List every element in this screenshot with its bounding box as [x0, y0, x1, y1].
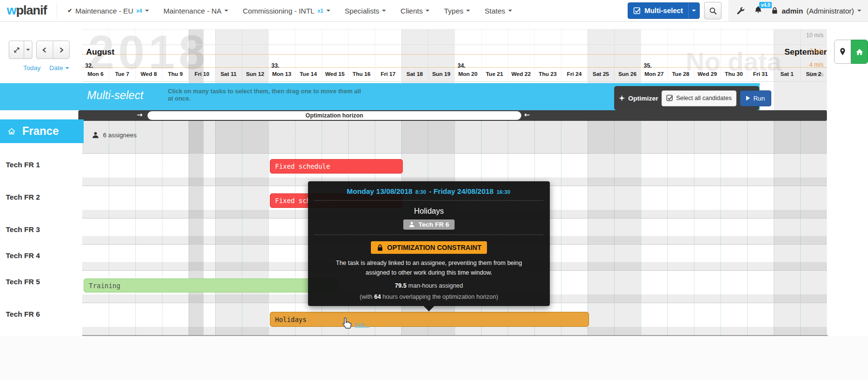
day-header-tue-28: Tue 28 — [667, 71, 694, 80]
today-label: Today — [23, 64, 41, 72]
menu-maintenance-na[interactable]: Maintenance - NA — [163, 0, 228, 21]
logo-prefix: w — [7, 3, 16, 17]
below-chart-area — [0, 336, 868, 380]
sidebar-item-tech-fr-1[interactable]: Tech FR 1 — [6, 161, 40, 169]
day-header-thu-30: Thu 30 — [721, 71, 747, 80]
day-header-tue-21: Tue 21 — [481, 71, 508, 80]
optimizer-label: Optimizer — [618, 95, 658, 102]
menu-commissioning-intl[interactable]: Commissioning - INTLx1 — [243, 0, 330, 21]
week-number-32: 32. — [85, 62, 93, 69]
wind-label-10-m-s: 10 m/s — [806, 32, 824, 39]
lock-icon — [377, 244, 383, 251]
menu-clients[interactable]: Clients — [400, 0, 429, 21]
sidebar-item-tech-fr-5[interactable]: Tech FR 5 — [6, 278, 40, 286]
chevron-down-icon — [426, 10, 429, 14]
expand-range-button[interactable] — [9, 41, 24, 58]
assignees-count: 6 assignees — [92, 132, 136, 139]
select-all-candidates-button[interactable]: Select all candidates — [662, 90, 736, 106]
chevron-down-icon — [26, 49, 30, 53]
day-header-tue-7: Tue 7 — [109, 71, 135, 80]
map-pin-button[interactable] — [834, 40, 851, 64]
month-label-august: August — [86, 47, 115, 57]
day-header-thu-16: Thu 16 — [348, 71, 375, 80]
optimization-horizon-label: Optimization horizon — [306, 112, 363, 119]
menu-label: Maintenance - NA — [163, 7, 221, 15]
day-header-fri-17: Fri 17 — [375, 71, 401, 80]
chevron-left-icon — [42, 47, 48, 53]
menu-states[interactable]: States — [485, 0, 512, 21]
horizon-extend-left-arrow[interactable]: ← — [524, 111, 530, 118]
search-icon — [709, 7, 717, 15]
multi-select-button[interactable]: Multi-select — [628, 2, 700, 19]
day-header-sat-18: Sat 18 — [401, 71, 428, 80]
horizon-extend-right-arrow[interactable]: → — [137, 111, 143, 118]
multi-select-caret[interactable] — [688, 3, 699, 18]
day-header-sat-25: Sat 25 — [588, 71, 614, 80]
day-header-sat-11: Sat 11 — [215, 71, 242, 80]
next-period-button[interactable] — [53, 41, 69, 58]
timeline-controls — [9, 41, 70, 59]
tooltip-pointer — [424, 306, 434, 311]
task-holidays-4[interactable]: Holidays — [270, 312, 589, 327]
sidebar-item-tech-fr-3[interactable]: Tech FR 3 — [6, 225, 40, 234]
play-icon — [746, 96, 750, 101]
today-link[interactable]: Today — [23, 64, 41, 72]
sidebar-item-tech-fr-4[interactable]: Tech FR 4 — [6, 251, 40, 260]
previous-period-button[interactable] — [37, 41, 53, 58]
menu-label: Maintenance - EU — [75, 7, 133, 15]
tooltip-divider — [315, 234, 543, 235]
day-header-wed-8: Wed 8 — [135, 71, 162, 80]
app-logo[interactable]: wplanif — [0, 3, 57, 19]
menu-label: Specialists — [345, 7, 380, 15]
mouse-cursor-hand — [340, 316, 353, 333]
group-name-label: France — [22, 125, 59, 138]
week-number-33: 33. — [271, 62, 280, 69]
menu-specialists[interactable]: Specialists — [345, 0, 386, 21]
constraint-label: OPTIMIZATION CONSTRAINT — [387, 244, 482, 251]
lock-icon — [771, 7, 778, 15]
zoom-options-caret[interactable] — [24, 41, 32, 58]
search-button[interactable] — [704, 2, 721, 19]
row-border — [82, 153, 827, 154]
run-label: Run — [753, 95, 765, 102]
task-training-3[interactable]: Training — [84, 278, 338, 292]
menu-types[interactable]: Types — [444, 0, 470, 21]
tooltip-task-name: Holidays — [308, 207, 550, 216]
run-button[interactable]: Run — [740, 90, 771, 106]
week-number-34: 34. — [457, 62, 466, 69]
checkbox-check-icon — [633, 7, 641, 15]
day-header-fri-31: Fri 31 — [747, 71, 774, 80]
date-link[interactable]: Date — [49, 64, 69, 72]
edit-link[interactable]: Edit... — [355, 322, 369, 328]
optimization-horizon-handle[interactable]: Optimization horizon — [147, 111, 521, 120]
chevron-down-icon — [382, 10, 386, 14]
menu-maintenance-eu[interactable]: ✔Maintenance - EUx4 — [68, 0, 149, 21]
select-all-label: Select all candidates — [676, 95, 732, 102]
sidebar-item-tech-fr-2[interactable]: Tech FR 2 — [6, 193, 40, 201]
notifications-button[interactable]: v4.0 — [754, 5, 763, 16]
tooltip-end-time: 16:30 — [497, 189, 510, 195]
chevron-down-icon — [145, 10, 149, 14]
overlap-value: 64 — [374, 293, 381, 300]
multi-select-main[interactable]: Multi-select — [628, 3, 689, 18]
tooltip-start-time: 8:30 — [415, 189, 426, 195]
person-icon — [92, 132, 99, 139]
home-icon — [7, 127, 16, 136]
task-tooltip: Monday 13/08/2018 8:30 - Friday 24/08/20… — [308, 181, 550, 306]
wrench-icon[interactable] — [736, 6, 745, 15]
sidebar-item-tech-fr-6[interactable]: Tech FR 6 — [6, 310, 40, 318]
navigate-button-group — [36, 41, 70, 59]
home-view-button[interactable] — [851, 40, 868, 64]
task-fixed-schedule-1[interactable]: Fixed schedule — [270, 159, 403, 174]
wind-7ms-line — [82, 54, 827, 55]
day-header-wed-15: Wed 15 — [322, 71, 348, 80]
group-header-france[interactable]: France — [0, 119, 84, 143]
optimization-constraint-badge: OPTIMIZATION CONSTRAINT — [371, 241, 487, 254]
overlap-prefix: (with — [360, 293, 374, 300]
version-badge: v4.0 — [759, 2, 771, 8]
header-top-line — [82, 29, 827, 29]
tooltip-man-hours: 79.5 man-hours assigned — [308, 282, 550, 289]
banner-title: Multi-select — [87, 89, 143, 102]
user-menu[interactable]: admin (Administrator) — [771, 7, 861, 15]
day-header-mon-13: Mon 13 — [268, 71, 295, 80]
